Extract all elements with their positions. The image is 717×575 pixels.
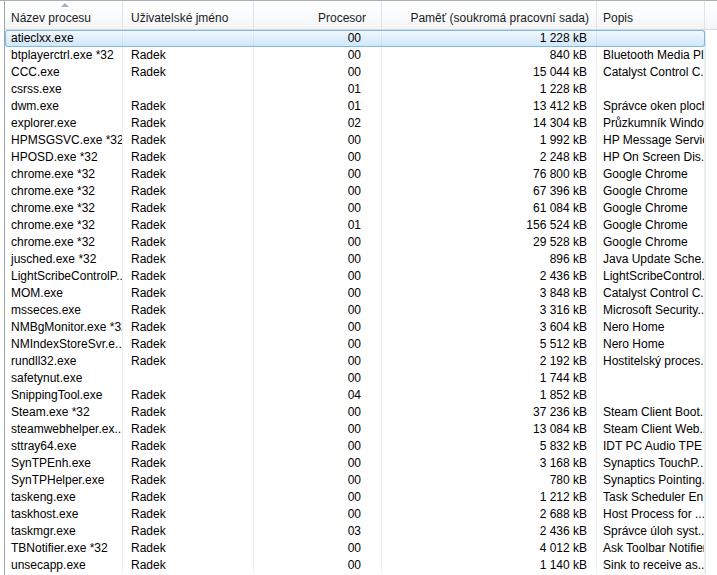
cell-desc: Google Chrome — [597, 183, 705, 200]
cell-desc: Průzkumník Windows — [597, 115, 705, 132]
cell-user: Radek — [123, 319, 254, 336]
column-header-label: Paměť (soukromá pracovní sada) — [410, 11, 589, 25]
table-row[interactable]: chrome.exe *32Radek0061 084 kBGoogle Chr… — [5, 200, 705, 217]
cell-user: Radek — [123, 387, 254, 404]
cell-desc — [597, 81, 705, 98]
table-row[interactable]: LightScribeControlP...Radek002 436 kBLig… — [5, 268, 705, 285]
cell-name: csrss.exe — [5, 81, 123, 98]
cell-cpu: 00 — [254, 64, 382, 81]
table-row[interactable]: taskeng.exeRadek001 212 kBTask Scheduler… — [5, 489, 705, 506]
cell-user: Radek — [123, 285, 254, 302]
right-border — [705, 30, 706, 575]
table-row[interactable]: CCC.exeRadek0015 044 kBCatalyst Control … — [5, 64, 705, 81]
cell-user: Radek — [123, 47, 254, 64]
cell-desc: Google Chrome — [597, 166, 705, 183]
cell-mem: 1 992 kB — [382, 132, 597, 149]
cell-desc: Hostitelský proces... — [597, 353, 705, 370]
table-row[interactable]: explorer.exeRadek0214 304 kBPrůzkumník W… — [5, 115, 705, 132]
table-row[interactable]: atieclxx.exe001 228 kB — [5, 30, 705, 47]
table-row[interactable]: SynTPEnh.exeRadek003 168 kBSynaptics Tou… — [5, 455, 705, 472]
column-header-user-name[interactable]: Uživatelské jméno — [123, 1, 254, 29]
table-row[interactable]: NMBgMonitor.exe *32Radek003 604 kBNero H… — [5, 319, 705, 336]
table-row[interactable]: safetynut.exe001 744 kB — [5, 370, 705, 387]
cell-mem: 1 228 kB — [382, 81, 597, 98]
cell-mem: 76 800 kB — [382, 166, 597, 183]
cell-desc: Sink to receive as... — [597, 557, 705, 574]
column-header-description[interactable]: Popis — [597, 1, 705, 29]
cell-desc: Správce oken plochy — [597, 98, 705, 115]
cell-cpu: 00 — [254, 438, 382, 455]
column-header-process-name[interactable]: Název procesu — [5, 1, 123, 29]
column-header-memory[interactable]: Paměť (soukromá pracovní sada) — [382, 1, 597, 29]
table-row[interactable]: chrome.exe *32Radek0029 528 kBGoogle Chr… — [5, 234, 705, 251]
cell-cpu: 02 — [254, 115, 382, 132]
cell-desc: Ask Toolbar Notifier — [597, 540, 705, 557]
cell-cpu: 00 — [254, 353, 382, 370]
table-row[interactable]: chrome.exe *32Radek0076 800 kBGoogle Chr… — [5, 166, 705, 183]
cell-mem: 5 832 kB — [382, 438, 597, 455]
cell-name: LightScribeControlP... — [5, 268, 123, 285]
cell-mem: 156 524 kB — [382, 217, 597, 234]
cell-desc: HP On Screen Dis... — [597, 149, 705, 166]
cell-mem: 1 228 kB — [382, 30, 597, 47]
cell-mem: 3 848 kB — [382, 285, 597, 302]
table-row[interactable]: msseces.exeRadek003 316 kBMicrosoft Secu… — [5, 302, 705, 319]
table-row[interactable]: rundll32.exeRadek002 192 kBHostitelský p… — [5, 353, 705, 370]
cell-desc: LightScribeControl... — [597, 268, 705, 285]
table-row[interactable]: jusched.exe *32Radek00896 kBJava Update … — [5, 251, 705, 268]
cell-user: Radek — [123, 217, 254, 234]
cell-mem: 13 412 kB — [382, 98, 597, 115]
table-row[interactable]: dwm.exeRadek0113 412 kBSprávce oken ploc… — [5, 98, 705, 115]
table-row[interactable]: SnippingTool.exeRadek041 852 kB — [5, 387, 705, 404]
cell-mem: 4 012 kB — [382, 540, 597, 557]
table-row[interactable]: unsecapp.exeRadek001 140 kBSink to recei… — [5, 557, 705, 574]
cell-user: Radek — [123, 251, 254, 268]
cell-cpu: 00 — [254, 336, 382, 353]
table-row[interactable]: Steam.exe *32Radek0037 236 kBSteam Clien… — [5, 404, 705, 421]
table-row[interactable]: NMIndexStoreSvr.e...Radek005 512 kBNero … — [5, 336, 705, 353]
table-row[interactable]: sttray64.exeRadek005 832 kBIDT PC Audio … — [5, 438, 705, 455]
cell-name: Steam.exe *32 — [5, 404, 123, 421]
column-header-filler — [705, 1, 717, 29]
cell-cpu: 00 — [254, 557, 382, 574]
table-row[interactable]: steamwebhelper.ex...Radek0013 084 kBStea… — [5, 421, 705, 438]
cell-name: chrome.exe *32 — [5, 183, 123, 200]
cell-desc: HP Message Service — [597, 132, 705, 149]
column-header-cpu[interactable]: Procesor — [254, 1, 382, 29]
cell-user: Radek — [123, 506, 254, 523]
table-row[interactable]: MOM.exeRadek003 848 kBCatalyst Control C… — [5, 285, 705, 302]
cell-desc — [597, 370, 705, 387]
cell-desc — [597, 387, 705, 404]
cell-user: Radek — [123, 183, 254, 200]
cell-name: NMBgMonitor.exe *32 — [5, 319, 123, 336]
cell-user: Radek — [123, 336, 254, 353]
cell-mem: 13 084 kB — [382, 421, 597, 438]
cell-cpu: 03 — [254, 523, 382, 540]
table-row[interactable]: SynTPHelper.exeRadek00780 kBSynaptics Po… — [5, 472, 705, 489]
cell-mem: 2 436 kB — [382, 523, 597, 540]
column-header-label: Název procesu — [11, 11, 91, 25]
cell-cpu: 01 — [254, 217, 382, 234]
table-row[interactable]: chrome.exe *32Radek0067 396 kBGoogle Chr… — [5, 183, 705, 200]
table-row[interactable]: HPMSGSVC.exe *32Radek001 992 kBHP Messag… — [5, 132, 705, 149]
table-row[interactable]: csrss.exe011 228 kB — [5, 81, 705, 98]
cell-name: chrome.exe *32 — [5, 166, 123, 183]
cell-user: Radek — [123, 149, 254, 166]
table-row[interactable]: HPOSD.exe *32Radek002 248 kBHP On Screen… — [5, 149, 705, 166]
cell-cpu: 00 — [254, 506, 382, 523]
cell-mem: 2 688 kB — [382, 506, 597, 523]
cell-desc — [597, 30, 705, 47]
cell-mem: 67 396 kB — [382, 183, 597, 200]
cell-name: safetynut.exe — [5, 370, 123, 387]
cell-mem: 3 168 kB — [382, 455, 597, 472]
table-row[interactable]: chrome.exe *32Radek01156 524 kBGoogle Ch… — [5, 217, 705, 234]
table-row[interactable]: btplayerctrl.exe *32Radek00840 kBBluetoo… — [5, 47, 705, 64]
cell-mem: 840 kB — [382, 47, 597, 64]
table-row[interactable]: taskhost.exeRadek002 688 kBHost Process … — [5, 506, 705, 523]
table-row[interactable]: taskmgr.exeRadek032 436 kBSprávce úloh s… — [5, 523, 705, 540]
table-row[interactable]: TBNotifier.exe *32Radek004 012 kBAsk Too… — [5, 540, 705, 557]
column-header-row: Název procesu Uživatelské jméno Procesor… — [5, 1, 717, 30]
cell-desc: IDT PC Audio TPE — [597, 438, 705, 455]
cell-user: Radek — [123, 234, 254, 251]
cell-name: explorer.exe — [5, 115, 123, 132]
